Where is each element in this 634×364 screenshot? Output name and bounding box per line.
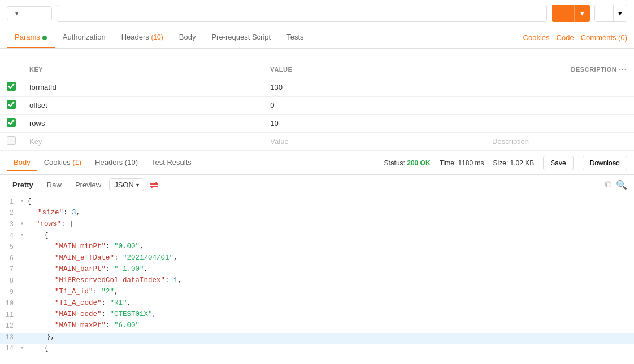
top-bar: ▾ ▾ ▾	[0, 0, 634, 27]
tab-headers[interactable]: Headers (10)	[114, 27, 171, 48]
line-number: 4	[0, 231, 20, 240]
table-row: rows 10	[0, 115, 634, 133]
wrap-icon[interactable]: ⇌	[150, 179, 158, 191]
tab-body[interactable]: Body	[171, 27, 204, 48]
row-desc[interactable]	[485, 97, 634, 115]
resp-tab-body[interactable]: Body	[7, 155, 37, 171]
row-checkbox[interactable]	[7, 118, 16, 127]
response-download-button[interactable]: Download	[583, 156, 627, 170]
line-number: 10	[0, 299, 20, 308]
raw-button[interactable]: Raw	[41, 178, 67, 191]
line-number: 12	[0, 322, 20, 330]
row-value[interactable]: 10	[263, 115, 485, 133]
table-row: formatId 130	[0, 78, 634, 97]
url-input[interactable]	[57, 5, 547, 22]
save-dropdown-button[interactable]: ▾	[613, 5, 627, 21]
code-line: 13 },	[0, 333, 634, 344]
row-checkbox-cell	[0, 97, 23, 115]
code-line: 9 "T1_A_id": "2",	[0, 288, 634, 299]
tab-params[interactable]: Params	[7, 27, 55, 48]
row-checkbox[interactable]	[7, 136, 16, 145]
code-line: 7 "MAIN_barPt": "-1.00",	[0, 265, 634, 277]
line-content: "MAIN_maxPt": "6.00"	[27, 322, 634, 330]
placeholder-key[interactable]: Key	[23, 133, 263, 151]
comments-link[interactable]: Comments (0)	[581, 33, 627, 42]
line-content: "T1_A_code": "R1",	[27, 299, 634, 307]
response-status: Status: 200 OK Time: 1180 ms Size: 1.02 …	[384, 156, 627, 170]
resp-tab-headers[interactable]: Headers (10)	[88, 155, 145, 171]
line-number: 9	[0, 288, 20, 296]
placeholder-value[interactable]: Value	[263, 133, 485, 151]
line-number: 13	[0, 333, 20, 341]
code-line: 11 "MAIN_code": "CTEST01X",	[0, 310, 634, 322]
fold-arrow-icon[interactable]: ▾	[20, 344, 24, 351]
code-line: 6 "MAIN_effDate": "2021/04/01",	[0, 254, 634, 265]
resp-tab-test-results[interactable]: Test Results	[145, 155, 198, 171]
line-content: "MAIN_effDate": "2021/04/01",	[27, 254, 634, 262]
query-params-label	[0, 49, 634, 60]
row-value[interactable]: 0	[263, 97, 485, 115]
method-select[interactable]: ▾	[7, 6, 52, 20]
row-key[interactable]: rows	[23, 115, 263, 133]
line-number: 6	[0, 254, 20, 262]
placeholder-desc[interactable]: Description	[485, 133, 634, 151]
code-line: 10 "T1_A_code": "R1",	[0, 299, 634, 310]
format-select[interactable]: JSON ▾	[109, 178, 144, 191]
line-number: 14	[0, 344, 20, 353]
code-line: 2 "size": 3,	[0, 209, 634, 220]
line-number: 3	[0, 220, 20, 229]
line-number: 1	[0, 198, 20, 206]
code-link[interactable]: Code	[557, 33, 574, 42]
col-value: VALUE	[263, 60, 485, 78]
format-right-actions: ⧉ 🔍	[605, 179, 627, 190]
search-icon[interactable]: 🔍	[616, 179, 627, 190]
preview-button[interactable]: Preview	[70, 178, 107, 191]
row-checkbox[interactable]	[7, 100, 16, 109]
tab-authorization[interactable]: Authorization	[55, 27, 114, 48]
line-content: "MAIN_minPt": "0.00",	[27, 243, 634, 251]
row-key[interactable]: formatId	[23, 78, 263, 97]
three-dots-icon[interactable]: ···	[619, 66, 627, 73]
line-content: "MAIN_barPt": "-1.00",	[27, 265, 634, 273]
row-checkbox[interactable]	[7, 82, 16, 91]
send-button-group: ▾	[552, 5, 590, 22]
table-row: offset 0	[0, 97, 634, 115]
copy-icon[interactable]: ⧉	[605, 179, 611, 190]
params-badge	[42, 36, 47, 40]
row-checkbox-cell	[0, 133, 23, 151]
line-number: 5	[0, 243, 20, 251]
time-value: 1180 ms	[458, 159, 484, 167]
cookies-link[interactable]: Cookies	[523, 33, 550, 42]
tabs-right: Cookies Code Comments (0)	[523, 33, 627, 42]
line-content: {	[25, 231, 634, 239]
code-line: 14▾ {	[0, 344, 634, 353]
line-content: "size": 3,	[27, 209, 634, 217]
line-content: },	[27, 333, 634, 341]
code-line: 12 "MAIN_maxPt": "6.00"	[0, 322, 634, 333]
send-dropdown-button[interactable]: ▾	[574, 5, 590, 22]
code-editor[interactable]: 1▾{2 "size": 3,3▾ "rows": [4▾ {5 "MAIN_m…	[0, 195, 634, 353]
params-table: KEY VALUE DESCRIPTION ··· formatId 130 o…	[0, 60, 634, 151]
line-number: 11	[0, 310, 20, 319]
fold-arrow-icon[interactable]: ▾	[20, 198, 24, 204]
pretty-button[interactable]: Pretty	[7, 178, 39, 191]
line-content: "rows": [	[25, 220, 634, 228]
code-line: 5 "MAIN_minPt": "0.00",	[0, 243, 634, 254]
save-button[interactable]	[595, 5, 613, 21]
row-key[interactable]: offset	[23, 97, 263, 115]
row-desc[interactable]	[485, 115, 634, 133]
tab-tests[interactable]: Tests	[279, 27, 311, 48]
code-line: 3▾ "rows": [	[0, 220, 634, 231]
tab-pre-request[interactable]: Pre-request Script	[203, 27, 279, 48]
format-select-chevron-icon: ▾	[136, 182, 139, 188]
row-value[interactable]: 130	[263, 78, 485, 97]
line-number: 8	[0, 277, 20, 285]
method-chevron-icon: ▾	[15, 10, 18, 16]
col-checkbox	[0, 60, 23, 78]
row-desc[interactable]	[485, 78, 634, 97]
fold-arrow-icon[interactable]: ▾	[20, 231, 24, 238]
resp-tab-cookies[interactable]: Cookies (1)	[37, 155, 88, 171]
fold-arrow-icon[interactable]: ▾	[20, 220, 24, 227]
send-button[interactable]	[552, 5, 574, 22]
response-save-button[interactable]: Save	[543, 156, 573, 170]
